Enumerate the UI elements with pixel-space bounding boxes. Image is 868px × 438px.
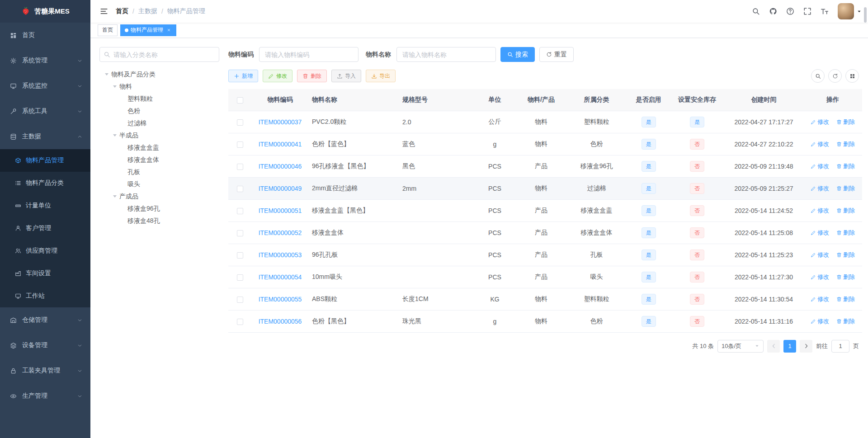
close-icon[interactable] xyxy=(165,27,172,33)
page-size-select[interactable]: 10条/页 xyxy=(717,340,764,353)
avatar[interactable] xyxy=(838,3,854,19)
delete-link[interactable]: 删除 xyxy=(836,162,855,170)
sidebar-item-system-monitor[interactable]: 系统监控 xyxy=(0,73,90,99)
table-row[interactable]: ITEM00000054 10mm吸头 PCS 产品 吸头 是 否 2022-0… xyxy=(228,266,862,288)
sidebar-item-tooling-fixture-management[interactable]: 工装夹具管理 xyxy=(0,358,90,383)
row-checkbox[interactable] xyxy=(237,119,243,126)
tree-node-pipette-box-96[interactable]: 移液盒96孔 xyxy=(99,203,219,215)
tree-node-plastic-pellets[interactable]: 塑料颗粒 xyxy=(99,93,219,105)
material-code-link[interactable]: ITEM00000037 xyxy=(259,118,302,126)
reset-button[interactable]: 重置 xyxy=(539,47,574,62)
tree-node-tip[interactable]: 吸头 xyxy=(99,178,219,190)
row-checkbox[interactable] xyxy=(237,186,243,192)
material-code-link[interactable]: ITEM00000051 xyxy=(259,207,302,214)
edit-button[interactable]: 修改 xyxy=(263,70,292,82)
hamburger-icon[interactable] xyxy=(97,4,111,19)
github-icon[interactable] xyxy=(765,4,781,19)
sidebar-item-material-product-management[interactable]: 物料产品管理 xyxy=(0,149,90,172)
tree-node-filter-cotton[interactable]: 过滤棉 xyxy=(99,117,219,129)
font-size-icon[interactable] xyxy=(817,4,832,19)
tree-node-finished-products[interactable]: 产成品 xyxy=(99,190,219,203)
app-logo[interactable]: 苦糖果MES xyxy=(0,0,90,23)
tag-material-product-management[interactable]: 物料产品管理 xyxy=(120,24,176,36)
tree-node-pipette-box-lid[interactable]: 移液盒盒盖 xyxy=(99,141,219,154)
table-row[interactable]: ITEM00000049 2mm直径过滤棉 2mm PCS 物料 过滤棉 是 否… xyxy=(228,177,862,199)
toggle-search-button[interactable] xyxy=(811,69,825,83)
delete-link[interactable]: 删除 xyxy=(836,273,855,281)
row-checkbox[interactable] xyxy=(237,274,243,281)
tree-node-pipette-box-48[interactable]: 移液盒48孔 xyxy=(99,215,219,227)
caret-down-icon[interactable] xyxy=(102,71,111,77)
table-row[interactable]: ITEM00000055 ABS颗粒 长度1CM KG 物料 塑料颗粒 是 否 … xyxy=(228,288,862,310)
caret-down-icon[interactable] xyxy=(110,193,119,199)
sidebar-item-material-product-category[interactable]: 物料产品分类 xyxy=(0,172,90,194)
import-button[interactable]: 导入 xyxy=(331,70,361,82)
material-code-link[interactable]: ITEM00000056 xyxy=(259,318,302,325)
help-icon[interactable] xyxy=(783,4,798,19)
tree-node-well-plate[interactable]: 孔板 xyxy=(99,166,219,178)
table-row[interactable]: ITEM00000051 移液盒盒盖【黑色】 PCS 产品 移液盒盒盖 是 否 … xyxy=(228,199,862,221)
row-checkbox[interactable] xyxy=(237,208,243,214)
delete-link[interactable]: 删除 xyxy=(836,207,855,215)
edit-link[interactable]: 修改 xyxy=(811,207,829,215)
table-row[interactable]: ITEM00000037 PVC2.0颗粒 2.0 公斤 物料 塑料颗粒 是 是… xyxy=(228,111,862,133)
delete-link[interactable]: 删除 xyxy=(836,184,855,193)
search-icon[interactable] xyxy=(748,4,764,19)
material-code-link[interactable]: ITEM00000052 xyxy=(259,229,302,236)
material-code-link[interactable]: ITEM00000041 xyxy=(259,141,302,148)
row-checkbox[interactable] xyxy=(237,297,243,303)
edit-link[interactable]: 修改 xyxy=(811,251,829,259)
delete-link[interactable]: 删除 xyxy=(836,229,855,237)
sidebar-item-warehouse-management[interactable]: 仓储管理 xyxy=(0,307,90,333)
edit-link[interactable]: 修改 xyxy=(811,140,829,148)
tree-node-materials[interactable]: 物料 xyxy=(99,80,219,93)
edit-link[interactable]: 修改 xyxy=(811,317,829,325)
edit-link[interactable]: 修改 xyxy=(811,295,829,303)
sidebar-item-measurement-unit[interactable]: 计量单位 xyxy=(0,194,90,217)
material-code-link[interactable]: ITEM00000055 xyxy=(259,296,302,303)
next-page-button[interactable] xyxy=(800,340,812,353)
goto-page-input[interactable] xyxy=(831,340,849,353)
edit-link[interactable]: 修改 xyxy=(811,184,829,193)
delete-button[interactable]: 删除 xyxy=(297,70,327,82)
edit-link[interactable]: 修改 xyxy=(811,229,829,237)
delete-link[interactable]: 删除 xyxy=(836,251,855,259)
user-menu[interactable] xyxy=(838,3,862,19)
material-code-link[interactable]: ITEM00000053 xyxy=(259,251,302,259)
sidebar-item-home[interactable]: 首页 xyxy=(0,23,90,48)
table-row[interactable]: ITEM00000046 96孔移液盒【黑色】 黑色 PCS 产品 移液盒96孔… xyxy=(228,155,862,177)
search-button[interactable]: 搜索 xyxy=(500,47,535,62)
edit-link[interactable]: 修改 xyxy=(811,162,829,170)
delete-link[interactable]: 删除 xyxy=(836,118,855,126)
sidebar-item-supplier-management[interactable]: 供应商管理 xyxy=(0,240,90,262)
table-row[interactable]: ITEM00000053 96孔孔板 PCS 产品 孔板 是 否 2022-05… xyxy=(228,244,862,266)
sidebar-item-system-tools[interactable]: 系统工具 xyxy=(0,99,90,124)
edit-link[interactable]: 修改 xyxy=(811,273,829,281)
material-code-link[interactable]: ITEM00000054 xyxy=(259,273,302,281)
sidebar-item-workstation[interactable]: 工作站 xyxy=(0,285,90,307)
table-row[interactable]: ITEM00000052 移液盒盒体 PCS 产品 移液盒盒体 是 否 2022… xyxy=(228,221,862,244)
table-row[interactable]: ITEM00000056 色粉【黑色】 珠光黑 g 物料 色粉 是 否 2022… xyxy=(228,310,862,332)
breadcrumb-home[interactable]: 首页 xyxy=(116,7,128,15)
select-all-checkbox[interactable] xyxy=(237,97,243,104)
row-checkbox[interactable] xyxy=(237,164,243,170)
export-button[interactable]: 导出 xyxy=(366,70,396,82)
category-search-input[interactable] xyxy=(99,47,219,62)
delete-link[interactable]: 删除 xyxy=(836,140,855,148)
caret-down-icon[interactable] xyxy=(110,132,119,138)
fullscreen-icon[interactable] xyxy=(800,4,815,19)
sidebar-item-system-management[interactable]: 系统管理 xyxy=(0,48,90,73)
sidebar-item-workshop-settings[interactable]: 车间设置 xyxy=(0,262,90,285)
material-code-link[interactable]: ITEM00000046 xyxy=(259,163,302,170)
tree-node-pipette-box-body[interactable]: 移液盒盒体 xyxy=(99,154,219,166)
tag-home[interactable]: 首页 xyxy=(98,24,118,36)
scrollbar-thumb[interactable] xyxy=(864,7,867,23)
page-number-button[interactable]: 1 xyxy=(783,340,796,353)
tree-node-root[interactable]: 物料及产品分类 xyxy=(99,68,219,80)
caret-down-icon[interactable] xyxy=(110,84,119,89)
tree-node-color-powder[interactable]: 色粉 xyxy=(99,105,219,117)
tree-node-semi-finished[interactable]: 半成品 xyxy=(99,129,219,141)
edit-link[interactable]: 修改 xyxy=(811,118,829,126)
prev-page-button[interactable] xyxy=(767,340,780,353)
row-checkbox[interactable] xyxy=(237,252,243,259)
